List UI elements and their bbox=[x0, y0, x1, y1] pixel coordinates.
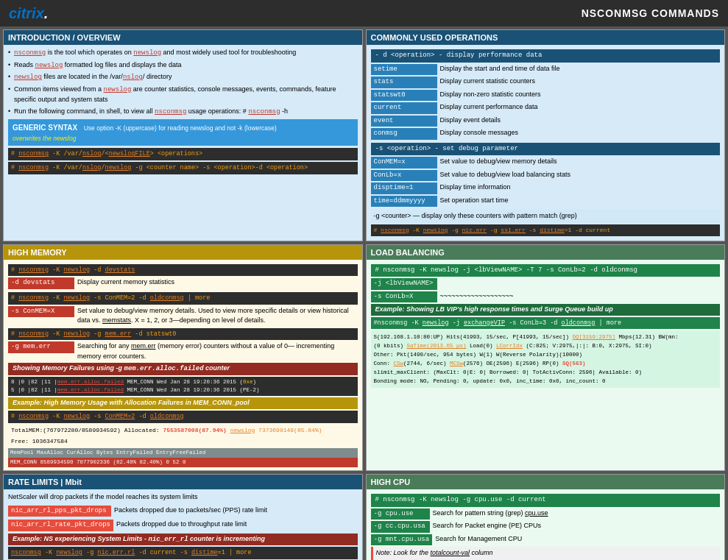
ratelimit-pps-row: nic_arr_rl_pps_pkt_drops Packets dropped… bbox=[8, 505, 358, 518]
op-stats: stats Display current statistic counters bbox=[371, 77, 721, 88]
lb-s-row: -s ConLb=X ~~~~~~~~~~~~~~~~~~~ bbox=[371, 291, 721, 303]
intro-bullet-1: nsconmsg is the tool which operates on n… bbox=[8, 48, 358, 59]
highcpu-content: # nsconmsg -K newslog -g cpu.use -d curr… bbox=[367, 489, 725, 560]
op-disptime: disptime=1 Display time information bbox=[371, 182, 721, 194]
highcpu-mntrow: -g mnt.cpu.usa Search for Management CPU bbox=[371, 534, 721, 546]
highmem-conmem-row: -s ConMEM=X Set value to debug/view memo… bbox=[8, 306, 358, 326]
highmem-failure-data: 8 |0 |82 |11 |mem.err.alloc.failed MEM_C… bbox=[8, 377, 358, 397]
op-setime: setime Display the start and end time of… bbox=[371, 64, 721, 76]
ratelimit-content: NetScaler will drop packets if the model… bbox=[4, 489, 362, 560]
highmem-alloc-cmd: # nsconmsg -K newslog -s ConMEM=2 -d old… bbox=[8, 411, 358, 423]
lb-example-cmd: #nsconmsg -K newslog -j exchangeVIP -s C… bbox=[371, 317, 721, 330]
lb-content: # nsconmsg -K newslog -j <lbViewNAME> -T… bbox=[367, 260, 725, 391]
highmem-header: HIGH MEMORY bbox=[4, 245, 362, 260]
intro-bullet-2: Reads newslog formatted log files and di… bbox=[8, 60, 358, 71]
display-header: - d <operation> - display performance da… bbox=[371, 49, 721, 63]
op-event: event Display event details bbox=[371, 116, 721, 127]
ratelimit-rate-row: nic_arr_rl_rate_pkt_drops Packets droppe… bbox=[8, 519, 358, 532]
intro-bullet-3: newslog files are located in the /var/ns… bbox=[8, 72, 358, 83]
lb-header: LOAD BALANCING bbox=[367, 245, 725, 260]
highmem-devstats-row: -d devstats Display current memory stati… bbox=[8, 277, 358, 289]
ratelimit-panel: RATE LIMITS | Mbit NetScaler will drop p… bbox=[3, 474, 363, 560]
highmem-example-header: Showing Memory Failures using -g mem.err… bbox=[8, 363, 358, 375]
highmem-content: # nsconmsg -K newslog -d devstats -d dev… bbox=[4, 260, 362, 471]
highmem-example2-header: Example: High Memory Usage with Allocati… bbox=[8, 397, 358, 409]
grep-example: # nsconmsg -K newslog -g nic.err -g ssl.… bbox=[371, 224, 721, 236]
op-conlbx: ConLb=x Set value to debug/view load bal… bbox=[371, 170, 721, 182]
grep-header: -g <counter> — display only these counte… bbox=[371, 210, 721, 223]
intro-header: INTRODUCTION / OVERVIEW bbox=[4, 30, 362, 45]
ratelimit-header: RATE LIMITS | Mbit bbox=[4, 475, 362, 489]
highcpu-panel: HIGH CPU # nsconmsg -K newslog -g cpu.us… bbox=[366, 474, 726, 560]
op-statswt0: statswt0 Display non-zero statistic coun… bbox=[371, 90, 721, 102]
intro-content: nsconmsg is the tool which operates on n… bbox=[4, 45, 362, 179]
mempool-header: MemPool MaxAlloc CurAlloc Bytes EntryFai… bbox=[8, 448, 358, 468]
lb-main-cmd: # nsconmsg -K newslog -j <lbViewNAME> -T… bbox=[371, 264, 721, 277]
syntax-box: GENERIC SYNTAX Use option -K (uppercase)… bbox=[8, 119, 358, 146]
common-panel: COMMONLY USED OPERATIONS - d <operation>… bbox=[366, 29, 726, 241]
intro-bullet-5: Run the following command, in shell, to … bbox=[8, 107, 358, 118]
citrix-logo: citrix. bbox=[9, 5, 48, 22]
intro-bullet-4: Common items viewed from a newslog are c… bbox=[8, 85, 358, 105]
lb-j-row: -j <lbViewNAME> bbox=[371, 278, 721, 290]
highcpu-note: Note: Look for the totalcount-val column bbox=[371, 547, 721, 560]
op-conmemx: ConMEM=x Set value to debug/view memory … bbox=[371, 157, 721, 169]
op-current: current Display current performance data bbox=[371, 102, 721, 114]
lb-vip-data: S(192.168.1.10:80:UP) Hits(41993, 15/sec… bbox=[371, 330, 721, 388]
lb-panel: LOAD BALANCING # nsconmsg -K newslog -j … bbox=[366, 244, 726, 472]
syntax-line-2: # nsconmsg -K /var/nslog/newslog -g <cou… bbox=[8, 162, 358, 174]
syntax-line-1: # nsconmsg -K /var/nslog/<newslogFILE> <… bbox=[8, 148, 358, 160]
highcpu-cpuuse-row: -g cpu.use Search for pattern string (gr… bbox=[371, 508, 721, 520]
highmem-panel: HIGH MEMORY # nsconmsg -K newslog -d dev… bbox=[3, 244, 363, 472]
op-time: time=ddmmyyyy Set operation start time bbox=[371, 196, 721, 208]
op-conmsg: conmsg Display console messages bbox=[371, 128, 721, 140]
debug-header: -s <operation> - set debug parameter bbox=[371, 143, 721, 156]
highmem-cmd3: # nsconmsg -K newslog -g mem.err -d stat… bbox=[8, 328, 358, 341]
intro-panel: INTRODUCTION / OVERVIEW nsconmsg is the … bbox=[3, 29, 363, 241]
common-header: COMMONLY USED OPERATIONS bbox=[367, 30, 725, 45]
highmem-alloc-note: TotalMEM:(767972280/8589934592) Allocate… bbox=[8, 425, 358, 436]
lb-example-header: Example: Showing LB VIP's high response … bbox=[371, 304, 721, 316]
highmem-cmd2: # nsconmsg -K newslog -s ConMEM=2 -d old… bbox=[8, 292, 358, 305]
highcpu-main-cmd: # nsconmsg -K newslog -g cpu.use -d curr… bbox=[371, 494, 721, 507]
page-title: NSCONMSG COMMANDS bbox=[582, 7, 719, 19]
highmem-free: Free: 1036347584 bbox=[8, 436, 358, 447]
ratelimit-desc: NetScaler will drop packets if the model… bbox=[8, 492, 358, 503]
app-header: citrix. NSCONMSG COMMANDS bbox=[0, 0, 728, 26]
common-content: - d <operation> - display performance da… bbox=[367, 45, 725, 241]
ratelimit-example-cmd: nsconmsg -K newslog -g nic.err.rl -d cur… bbox=[8, 547, 358, 559]
highmem-memerr-row: -g mem.err Searching for any mem.err (me… bbox=[8, 341, 358, 361]
highcpu-ccrow: -g cc.cpu.usa Search for Packet engine (… bbox=[371, 521, 721, 533]
ratelimit-example-header: Example: NS experiencing System Limits -… bbox=[8, 534, 358, 546]
highmem-cmd1: # nsconmsg -K newslog -d devstats bbox=[8, 264, 358, 277]
highcpu-header: HIGH CPU bbox=[367, 475, 725, 489]
